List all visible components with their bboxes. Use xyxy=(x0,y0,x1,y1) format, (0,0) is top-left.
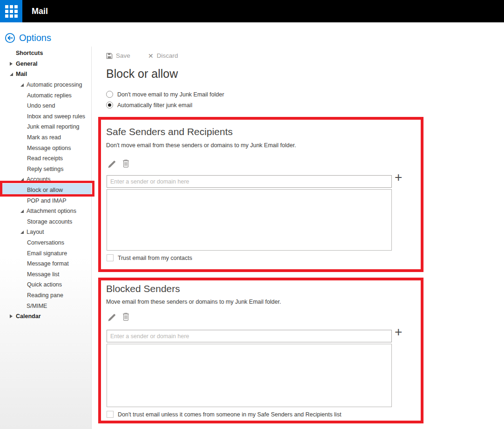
sidebar-item-label: Block or allow xyxy=(27,187,63,193)
radio-label: Don't move email to my Junk Email folder xyxy=(117,91,224,98)
sidebar-item-label: Layout xyxy=(27,229,44,235)
sidebar-item-email-signature[interactable]: Email signature xyxy=(0,248,91,259)
sidebar-item-message-format[interactable]: Message format xyxy=(0,259,91,269)
options-back-link[interactable]: Options xyxy=(5,31,51,44)
sidebar-item-shortcuts[interactable]: Shortcuts xyxy=(0,48,91,59)
safe-senders-list[interactable] xyxy=(107,189,392,251)
sidebar-item-label: Email signature xyxy=(27,250,67,257)
dont-trust-checkbox[interactable] xyxy=(107,411,114,418)
sidebar-item-quick-actions[interactable]: Quick actions xyxy=(0,279,91,290)
topbar: Mail xyxy=(0,0,504,22)
sidebar-item-label: Junk email reporting xyxy=(27,123,80,130)
discard-label: Discard xyxy=(157,52,178,59)
blocked-senders-list[interactable] xyxy=(107,344,392,407)
collapse-icon[interactable] xyxy=(20,210,27,213)
radio-option-auto-filter[interactable]: Automatically filter junk email xyxy=(106,102,192,109)
add-safe-sender-button[interactable]: + xyxy=(395,171,402,184)
sidebar-item-message-list[interactable]: Message list xyxy=(0,269,91,279)
sidebar-item-reading-pane[interactable]: Reading pane xyxy=(0,290,91,301)
sidebar-item-message-options[interactable]: Message options xyxy=(0,143,91,153)
sidebar-item-label: Read receipts xyxy=(27,155,63,162)
pencil-icon xyxy=(108,313,116,321)
sidebar-item-mark-as-read[interactable]: Mark as read xyxy=(0,132,91,143)
sidebar-item-label: Shortcuts xyxy=(16,50,43,56)
sidebar-item-automatic-processing[interactable]: Automatic processing xyxy=(0,80,91,90)
trust-contacts-checkbox[interactable] xyxy=(107,254,114,261)
sidebar-item-block-or-allow[interactable]: Block or allow xyxy=(0,185,91,196)
checkbox-label: Trust email from my contacts xyxy=(118,255,192,261)
trash-icon xyxy=(122,313,129,321)
delete-button[interactable] xyxy=(122,313,129,321)
sidebar-item-automatic-replies[interactable]: Automatic replies xyxy=(0,90,91,101)
plus-icon: + xyxy=(395,325,402,339)
sidebar-item-label: Undo send xyxy=(27,102,55,109)
collapse-icon[interactable] xyxy=(10,73,16,76)
expand-icon[interactable] xyxy=(10,62,16,66)
safe-senders-title: Safe Senders and Recipients xyxy=(106,126,233,137)
checkbox-label: Don't trust email unless it comes from s… xyxy=(118,411,341,418)
trust-contacts-option[interactable]: Trust email from my contacts xyxy=(107,254,192,261)
sidebar-item-label: Reading pane xyxy=(27,292,63,299)
sidebar-item-storage-accounts[interactable]: Storage accounts xyxy=(0,217,91,227)
add-blocked-sender-button[interactable]: + xyxy=(395,326,402,339)
radio-label: Automatically filter junk email xyxy=(117,102,192,109)
edit-button[interactable] xyxy=(108,313,116,321)
sidebar-item-label: Message format xyxy=(27,260,69,267)
back-arrow-icon[interactable] xyxy=(5,33,15,43)
app-launcher-button[interactable] xyxy=(0,0,22,22)
page-root: Mail Options ShortcutsGeneralMailAutomat… xyxy=(0,0,504,429)
sidebar-item-conversations[interactable]: Conversations xyxy=(0,238,91,248)
sidebar-item-inbox-and-sweep-rules[interactable]: Inbox and sweep rules xyxy=(0,111,91,122)
section-safe-senders: Safe Senders and Recipients Don't move e… xyxy=(98,117,423,272)
sidebar-item-s-mime[interactable]: S/MIME xyxy=(0,300,91,311)
expand-icon[interactable] xyxy=(10,314,16,318)
sidebar-item-label: Attachment options xyxy=(27,208,76,214)
options-label: Options xyxy=(19,33,51,43)
edit-button[interactable] xyxy=(108,160,116,168)
sidebar-item-label: Message options xyxy=(27,145,71,151)
sidebar-item-calendar[interactable]: Calendar xyxy=(0,311,91,322)
delete-button[interactable] xyxy=(122,159,129,168)
sidebar-item-label: Storage accounts xyxy=(27,218,72,225)
blocked-sender-input[interactable] xyxy=(107,330,392,342)
trash-icon xyxy=(122,159,129,168)
sidebar-item-junk-email-reporting[interactable]: Junk email reporting xyxy=(0,122,91,132)
sidebar-item-attachment-options[interactable]: Attachment options xyxy=(0,206,91,217)
sidebar-item-mail[interactable]: Mail xyxy=(0,69,91,80)
blocked-senders-title: Blocked Senders xyxy=(106,283,180,294)
sidebar-item-general[interactable]: General xyxy=(0,59,91,69)
sidebar-item-read-receipts[interactable]: Read receipts xyxy=(0,153,91,164)
sidebar-item-label: Inbox and sweep rules xyxy=(27,113,85,120)
sidebar-item-label: Reply settings xyxy=(27,166,64,172)
save-label: Save xyxy=(116,52,130,59)
discard-button[interactable]: ✕ Discard xyxy=(148,52,178,59)
app-launcher-grid-icon xyxy=(5,5,18,18)
safe-senders-description: Don't move email from these senders or d… xyxy=(106,142,296,149)
radio-button-selected[interactable] xyxy=(106,102,113,109)
pencil-icon xyxy=(108,160,116,168)
sidebar-nav: ShortcutsGeneralMailAutomatic processing… xyxy=(0,47,92,429)
dont-trust-option[interactable]: Don't trust email unless it comes from s… xyxy=(107,411,341,418)
safe-sender-input[interactable] xyxy=(107,175,392,188)
collapse-icon[interactable] xyxy=(20,83,27,87)
sidebar-item-label: Message list xyxy=(27,271,59,278)
save-button[interactable]: Save xyxy=(106,52,130,59)
x-icon: ✕ xyxy=(148,53,154,59)
collapse-icon[interactable] xyxy=(20,178,27,181)
sidebar-item-reply-settings[interactable]: Reply settings xyxy=(0,164,91,175)
sidebar-item-pop-and-imap[interactable]: POP and IMAP xyxy=(0,195,91,206)
blocked-senders-description: Move email from these senders or domains… xyxy=(106,299,281,305)
sidebar-item-undo-send[interactable]: Undo send xyxy=(0,101,91,111)
sidebar-item-label: POP and IMAP xyxy=(27,197,67,204)
sidebar-item-label: Automatic processing xyxy=(27,82,82,88)
page-title: Block or allow xyxy=(106,67,178,81)
plus-icon: + xyxy=(395,170,402,184)
sidebar-item-layout[interactable]: Layout xyxy=(0,227,91,238)
sidebar-item-accounts[interactable]: Accounts xyxy=(0,174,91,185)
collapse-icon[interactable] xyxy=(20,231,27,234)
radio-option-dont-move[interactable]: Don't move email to my Junk Email folder xyxy=(106,91,224,98)
sidebar-item-label: Mark as read xyxy=(27,134,61,141)
sidebar-item-label: Quick actions xyxy=(27,281,62,288)
sidebar-item-label: Accounts xyxy=(27,176,50,183)
radio-button-unselected[interactable] xyxy=(106,91,113,98)
